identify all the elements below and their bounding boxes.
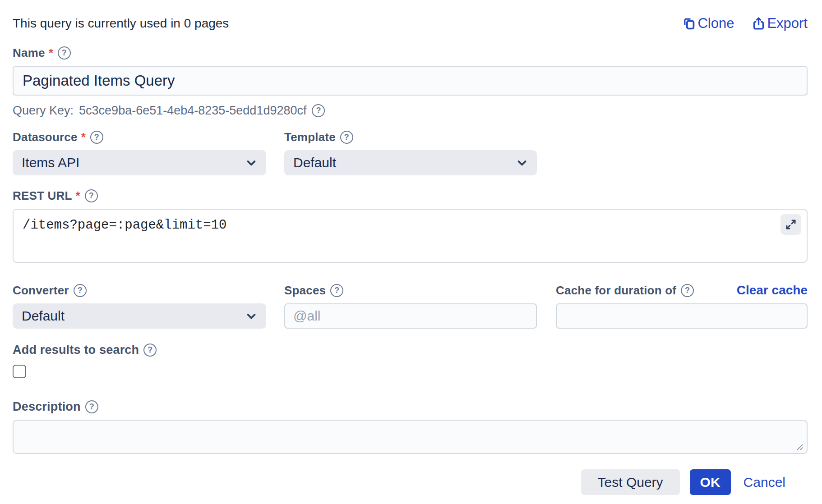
- export-icon: [751, 16, 766, 31]
- spaces-label-row: Spaces ?: [284, 283, 537, 298]
- rest-url-textarea[interactable]: /items?page=:page&limit=10: [13, 209, 808, 263]
- spaces-label: Spaces: [284, 283, 326, 298]
- converter-selected-value: Default: [22, 308, 65, 324]
- spaces-input[interactable]: [284, 303, 537, 329]
- required-mark: *: [49, 45, 53, 60]
- clear-cache-link[interactable]: Clear cache: [737, 283, 808, 298]
- expand-editor-button[interactable]: [780, 214, 801, 235]
- template-label-row: Template ?: [284, 129, 537, 145]
- cache-label-group: Cache for duration of ?: [556, 283, 694, 298]
- template-selected-value: Default: [293, 155, 336, 170]
- template-label: Template: [284, 129, 336, 145]
- usage-info-text: This query is currently used in 0 pages: [13, 16, 229, 31]
- datasource-field: Datasource * ? Items API: [13, 129, 266, 175]
- cancel-button[interactable]: Cancel: [743, 469, 785, 495]
- converter-label-row: Converter ?: [13, 283, 266, 298]
- footer-actions: Test Query OK Cancel: [13, 469, 808, 495]
- datasource-help-icon[interactable]: ?: [90, 131, 103, 144]
- cache-help-icon[interactable]: ?: [681, 284, 694, 297]
- description-label: Description: [13, 399, 81, 414]
- rest-url-wrap: /items?page=:page&limit=10: [13, 209, 808, 265]
- query-key-value: 5c3ce9ba-6e51-4eb4-8235-5edd1d9280cf: [79, 104, 306, 118]
- spaces-field: Spaces ?: [284, 283, 537, 329]
- clone-icon: [682, 16, 697, 31]
- datasource-label-row: Datasource * ?: [13, 129, 266, 145]
- query-key-label: Query Key:: [13, 104, 74, 118]
- converter-field: Converter ? Default: [13, 283, 266, 329]
- add-results-help-icon[interactable]: ?: [143, 344, 157, 357]
- chevron-down-icon: [245, 156, 258, 170]
- chevron-down-icon: [515, 156, 529, 170]
- clone-label: Clone: [697, 15, 734, 32]
- name-help-icon[interactable]: ?: [58, 46, 71, 60]
- add-results-label-row: Add results to search ?: [13, 342, 808, 357]
- clone-button[interactable]: Clone: [682, 15, 734, 32]
- cache-label: Cache for duration of: [556, 283, 676, 298]
- description-textarea[interactable]: [13, 420, 808, 454]
- converter-label: Converter: [13, 283, 69, 298]
- name-label-row: Name * ?: [13, 45, 808, 60]
- cache-label-row: Cache for duration of ? Clear cache: [556, 283, 808, 298]
- resize-handle-icon[interactable]: [796, 443, 804, 451]
- converter-spaces-cache-row: Converter ? Default Spaces ? Cache for d…: [13, 283, 808, 329]
- cache-field: Cache for duration of ? Clear cache: [556, 283, 808, 329]
- rest-url-help-icon[interactable]: ?: [85, 189, 98, 202]
- rest-url-label: REST URL: [13, 188, 72, 203]
- cache-duration-input[interactable]: [556, 303, 808, 329]
- chevron-down-icon: [245, 309, 258, 323]
- converter-select[interactable]: Default: [13, 303, 266, 329]
- name-label: Name: [13, 45, 45, 60]
- add-results-label: Add results to search: [13, 342, 139, 357]
- ok-button[interactable]: OK: [690, 469, 731, 495]
- datasource-template-row: Datasource * ? Items API Template ? Defa…: [13, 129, 808, 175]
- template-field: Template ? Default: [284, 129, 537, 175]
- description-label-row: Description ?: [13, 399, 808, 414]
- rest-url-label-row: REST URL * ?: [13, 188, 808, 203]
- template-select[interactable]: Default: [284, 150, 537, 175]
- datasource-selected-value: Items API: [22, 155, 79, 170]
- spaces-help-icon[interactable]: ?: [330, 284, 343, 297]
- query-key-row: Query Key: 5c3ce9ba-6e51-4eb4-8235-5edd1…: [13, 104, 808, 118]
- add-results-checkbox[interactable]: [13, 365, 26, 378]
- template-help-icon[interactable]: ?: [340, 131, 353, 144]
- top-actions: Clone Export: [682, 15, 808, 32]
- test-query-button[interactable]: Test Query: [581, 469, 680, 495]
- required-mark: *: [76, 188, 80, 203]
- export-button[interactable]: Export: [751, 15, 808, 32]
- export-label: Export: [767, 15, 808, 32]
- query-editor-form: This query is currently used in 0 pages …: [0, 0, 822, 495]
- required-mark: *: [81, 129, 86, 145]
- expand-icon: [784, 218, 798, 231]
- description-help-icon[interactable]: ?: [85, 400, 98, 413]
- query-key-help-icon[interactable]: ?: [312, 104, 325, 117]
- name-input[interactable]: [13, 66, 808, 96]
- datasource-select[interactable]: Items API: [13, 150, 266, 175]
- description-wrap: [13, 420, 808, 456]
- topbar: This query is currently used in 0 pages …: [13, 14, 808, 33]
- converter-help-icon[interactable]: ?: [74, 284, 87, 297]
- datasource-label: Datasource: [13, 129, 78, 145]
